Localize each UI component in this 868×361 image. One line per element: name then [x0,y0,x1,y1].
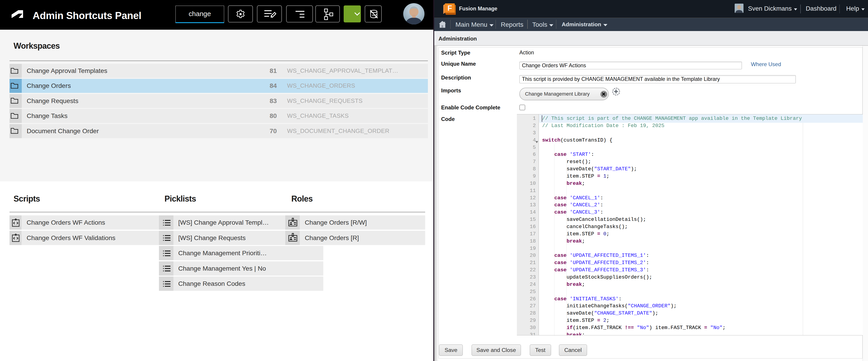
svg-text:F: F [447,4,452,12]
